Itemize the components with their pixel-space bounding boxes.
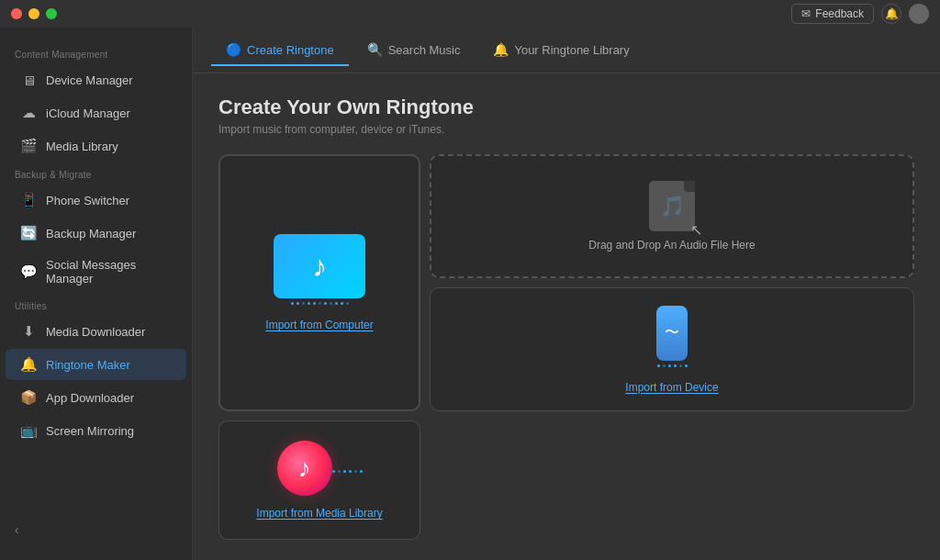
import-computer-label: Import from Computer: [265, 319, 373, 331]
section-label-backup: Backup & Migrate: [0, 162, 192, 184]
sidebar-item-label: Media Library: [46, 140, 118, 153]
sidebar-item-icloud-manager[interactable]: ☁ iCloud Manager: [6, 97, 186, 129]
feedback-icon: ✉: [801, 7, 811, 20]
sidebar-item-label: Backup Manager: [46, 227, 136, 241]
sidebar-item-label: Phone Switcher: [46, 194, 129, 207]
tab-bar: 🔵 Create Ringtone 🔍 Search Music 🔔 Your …: [193, 28, 940, 73]
media-library-icon: 🎬: [20, 138, 37, 154]
drag-drop-card[interactable]: 🎵 ↖ Drag and Drop An Audio File Here: [430, 154, 914, 278]
sidebar-item-label: iCloud Manager: [46, 106, 130, 120]
itunes-visual: ♪: [277, 441, 332, 496]
dots-decoration: [274, 302, 365, 305]
sidebar-item-label: App Downloader: [46, 391, 134, 405]
computer-visual: ♪: [274, 234, 365, 308]
social-messages-icon: 💬: [20, 263, 37, 280]
sidebar-item-screen-mirroring[interactable]: 📺 Screen Mirroring: [6, 415, 186, 446]
collapse-button[interactable]: ‹: [15, 522, 19, 537]
drag-file-icon: 🎵 ↖: [649, 181, 695, 231]
main-content: 🔵 Create Ringtone 🔍 Search Music 🔔 Your …: [193, 28, 940, 560]
music-note-icon: ♪: [312, 250, 327, 284]
ringtone-maker-icon: 🔔: [20, 356, 37, 373]
sidebar-item-social-messages[interactable]: 💬 Social Messages Manager: [6, 251, 186, 293]
sidebar-item-label: Ringtone Maker: [46, 358, 130, 372]
page-subtitle: Import music from computer, device or iT…: [218, 123, 914, 136]
tab-ringtone-library[interactable]: 🔔 Your Ringtone Library: [478, 35, 643, 66]
sidebar-item-label: Media Downloader: [46, 325, 145, 339]
tab-label: Search Music: [388, 43, 461, 57]
itunes-visual-container: ♪: [277, 441, 363, 496]
traffic-lights: [11, 8, 57, 19]
tab-create-icon: 🔵: [226, 42, 241, 57]
titlebar: ✉ Feedback 🔔: [0, 0, 940, 28]
dots-decoration-itunes: [332, 470, 363, 473]
tab-search-icon: 🔍: [367, 42, 383, 57]
tab-search-music[interactable]: 🔍 Search Music: [352, 35, 476, 66]
cursor-icon: ↖: [690, 221, 702, 239]
sidebar: Content Management 🖥 Device Manager ☁ iC…: [0, 28, 193, 560]
sidebar-item-label: Screen Mirroring: [46, 424, 134, 438]
sidebar-item-backup-manager[interactable]: 🔄 Backup Manager: [6, 218, 186, 249]
import-device-label: Import from Device: [625, 381, 718, 394]
titlebar-right: ✉ Feedback 🔔: [791, 4, 929, 24]
sidebar-item-ringtone-maker[interactable]: 🔔 Ringtone Maker: [6, 349, 186, 380]
close-button[interactable]: [11, 8, 22, 19]
sidebar-item-app-downloader[interactable]: 📦 App Downloader: [6, 382, 186, 413]
feedback-label: Feedback: [815, 7, 864, 20]
tab-library-icon: 🔔: [493, 42, 509, 57]
computer-import-visual: ♪: [274, 234, 365, 308]
sidebar-bottom: ‹: [0, 514, 192, 545]
section-label-utilities: Utilities: [0, 294, 192, 315]
section-label-content: Content Management: [0, 42, 192, 63]
app-downloader-icon: 📦: [20, 389, 37, 406]
sidebar-item-label: Device Manager: [46, 73, 133, 87]
icloud-icon: ☁: [20, 105, 37, 121]
tab-label: Your Ringtone Library: [514, 43, 629, 57]
tab-create-ringtone[interactable]: 🔵 Create Ringtone: [211, 35, 349, 66]
phone-switcher-icon: 📱: [20, 192, 37, 208]
import-itunes-card[interactable]: ♪ Import from Media Library: [218, 420, 420, 540]
waveform-icon: 〜: [665, 323, 679, 342]
minimize-button[interactable]: [28, 8, 39, 19]
page-title: Create Your Own Ringtone: [218, 95, 914, 119]
avatar[interactable]: [909, 4, 929, 24]
notification-icon[interactable]: 🔔: [881, 4, 901, 24]
dots-decoration-device: [657, 364, 688, 367]
device-visual: 〜: [649, 306, 695, 370]
drag-label: Drag and Drop An Audio File Here: [588, 239, 755, 252]
monitor-bg: ♪: [274, 234, 365, 298]
import-itunes-label: Import from Media Library: [256, 507, 382, 520]
phone-body: 〜: [656, 306, 688, 361]
tab-label: Create Ringtone: [247, 43, 334, 57]
sidebar-item-phone-switcher[interactable]: 📱 Phone Switcher: [6, 185, 186, 216]
screen-mirroring-icon: 📺: [20, 422, 37, 439]
drag-visual: 🎵 ↖ Drag and Drop An Audio File Here: [570, 162, 773, 270]
backup-manager-icon: 🔄: [20, 225, 37, 241]
cards-grid: ♪ Import from Computer: [218, 154, 914, 540]
import-device-card[interactable]: 〜 Import from Device: [430, 287, 914, 411]
import-computer-card[interactable]: ♪ Import from Computer: [218, 154, 420, 411]
sidebar-item-device-manager[interactable]: 🖥 Device Manager: [6, 64, 186, 95]
feedback-button[interactable]: ✉ Feedback: [791, 4, 874, 24]
sidebar-item-media-downloader[interactable]: ⬇ Media Downloader: [6, 316, 186, 347]
page-content: Create Your Own Ringtone Import music fr…: [193, 73, 940, 560]
media-downloader-icon: ⬇: [20, 323, 37, 340]
device-visual-container: 〜: [649, 306, 695, 370]
sidebar-item-label: Social Messages Manager: [46, 258, 172, 286]
maximize-button[interactable]: [46, 8, 57, 19]
app-body: Content Management 🖥 Device Manager ☁ iC…: [0, 28, 940, 560]
sidebar-item-media-library[interactable]: 🎬 Media Library: [6, 130, 186, 162]
device-manager-icon: 🖥: [20, 72, 37, 88]
itunes-note-icon: ♪: [298, 454, 311, 483]
